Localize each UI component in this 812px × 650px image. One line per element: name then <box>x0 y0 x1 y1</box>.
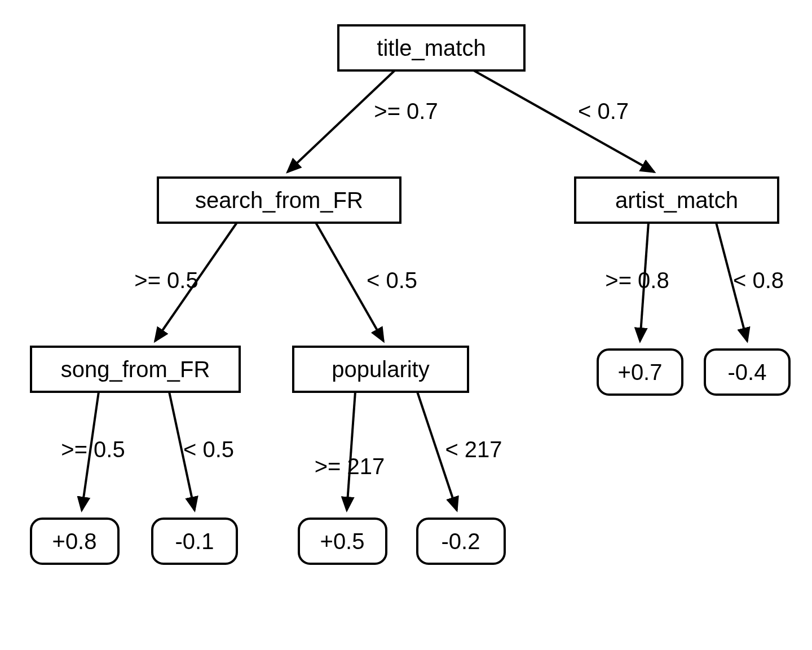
node-artist-match-label: artist_match <box>615 188 738 213</box>
edge-pop-left-label: >= 217 <box>315 454 385 479</box>
leaf-song-left-value: +0.8 <box>52 529 97 554</box>
node-song-from-fr: song_from_FR <box>31 347 240 392</box>
leaf-artist-left: +0.7 <box>598 350 682 395</box>
edge-song-right-label: < 0.5 <box>183 437 234 462</box>
node-artist-match: artist_match <box>575 178 778 223</box>
leaf-song-left: +0.8 <box>31 519 118 564</box>
leaf-pop-left: +0.5 <box>299 519 386 564</box>
leaf-pop-right: -0.2 <box>417 519 505 564</box>
edge-song-left-label: >= 0.5 <box>61 437 125 462</box>
leaf-artist-right-value: -0.4 <box>728 360 767 384</box>
node-popularity: popularity <box>293 347 468 392</box>
edge-artist-right-label: < 0.8 <box>733 268 784 293</box>
leaf-pop-left-value: +0.5 <box>320 529 365 554</box>
node-search-from-fr: search_from_FR <box>158 178 400 223</box>
leaf-artist-left-value: +0.7 <box>618 360 663 384</box>
leaf-song-right-value: -0.1 <box>175 529 214 554</box>
leaf-song-right: -0.1 <box>152 519 237 564</box>
node-search-from-fr-label: search_from_FR <box>195 188 363 213</box>
edge-pop-left <box>347 392 355 510</box>
leaf-artist-right: -0.4 <box>705 350 789 395</box>
edge-artist-left-label: >= 0.8 <box>605 268 669 293</box>
edge-search-right-label: < 0.5 <box>367 268 417 293</box>
edge-root-left-label: >= 0.7 <box>374 99 438 123</box>
edge-pop-right-label: < 217 <box>445 437 502 462</box>
node-title-match: title_match <box>338 25 524 70</box>
leaf-pop-right-value: -0.2 <box>442 529 480 554</box>
node-song-from-fr-label: song_from_FR <box>61 357 210 382</box>
edge-search-left-label: >= 0.5 <box>134 268 198 293</box>
node-title-match-label: title_match <box>377 36 486 60</box>
edge-root-right-label: < 0.7 <box>578 99 629 123</box>
node-popularity-label: popularity <box>332 357 429 382</box>
